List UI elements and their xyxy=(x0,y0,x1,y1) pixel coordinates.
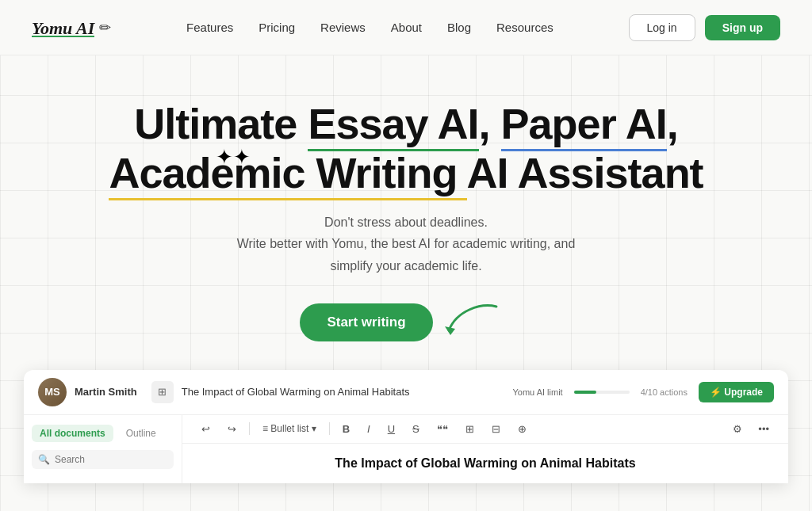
editor-preview: MS Martin Smith ⊞ The Impact of Global W… xyxy=(24,370,788,483)
ai-limit-label: Yomu AI limit xyxy=(512,387,562,397)
preview-sidebar: All documents Outline 🔍 xyxy=(24,415,182,483)
ai-limit-fill xyxy=(574,391,596,394)
arrow-container xyxy=(449,299,512,346)
svg-marker-0 xyxy=(445,326,455,335)
nav-reviews[interactable]: Reviews xyxy=(320,21,366,34)
quote-button[interactable]: ❝❝ xyxy=(432,421,453,437)
redo-button[interactable]: ↪ xyxy=(223,421,241,437)
preview-doc-content: The Impact of Global Warming on Animal H… xyxy=(182,444,788,483)
hero-title: Ultimate Essay AI, Paper AI, Academic Wr… xyxy=(109,99,703,197)
hero-section: ✦✦ Ultimate Essay AI, Paper AI, Academic… xyxy=(0,55,812,346)
doc-layout-icon: ⊞ xyxy=(151,381,174,403)
start-writing-button[interactable]: Start writing xyxy=(300,303,432,341)
image-button[interactable]: ⊟ xyxy=(487,421,505,437)
signup-button[interactable]: Sign up xyxy=(705,15,780,40)
nav-pricing[interactable]: Pricing xyxy=(259,21,295,34)
pen-icon: ✏ xyxy=(99,19,111,36)
search-input[interactable] xyxy=(55,454,167,465)
ai-limit-area: Yomu AI limit 4/10 actions ⚡ Upgrade xyxy=(512,382,774,402)
avatar: MS xyxy=(38,378,67,406)
cta-area: Start writing xyxy=(300,299,511,346)
title-academic-writing: Academic Writing xyxy=(109,149,466,200)
arrow-icon xyxy=(441,291,512,346)
nav-blog[interactable]: Blog xyxy=(447,21,471,34)
toolbar-divider xyxy=(249,422,250,435)
logo-text: Yomu AI xyxy=(32,18,94,38)
hero-subtitle: Don't stress about deadlines. Write bett… xyxy=(237,212,576,276)
tab-all-documents[interactable]: All documents xyxy=(32,425,113,442)
table-button[interactable]: ⊞ xyxy=(461,421,479,437)
navbar: Yomu AI ✏ Features Pricing Reviews About… xyxy=(0,0,812,55)
tab-outline[interactable]: Outline xyxy=(118,425,164,442)
more-button[interactable]: ••• xyxy=(753,421,774,437)
upgrade-button[interactable]: ⚡ Upgrade xyxy=(699,382,774,402)
logo[interactable]: Yomu AI ✏ xyxy=(32,18,111,37)
preview-header: MS Martin Smith ⊞ The Impact of Global W… xyxy=(24,370,788,415)
nav-actions: Log in Sign up xyxy=(629,14,780,41)
doc-title: The Impact of Global Warming on Animal H… xyxy=(182,386,410,398)
settings-button[interactable]: ⚙ xyxy=(728,421,747,437)
link-button[interactable]: ⊕ xyxy=(513,421,531,437)
preview-content-area: All documents Outline 🔍 ↩ ↪ ≡ Bullet lis… xyxy=(24,415,788,483)
preview-toolbar: ↩ ↪ ≡ Bullet list ▾ B I U S ❝❝ ⊞ ⊟ ⊕ ⚙ • xyxy=(182,415,788,444)
title-paper-ai: Paper AI xyxy=(501,100,667,151)
bold-button[interactable]: B xyxy=(338,421,354,437)
nav-resources[interactable]: Resources xyxy=(496,21,553,34)
login-button[interactable]: Log in xyxy=(629,14,695,41)
doc-content-title: The Impact of Global Warming on Animal H… xyxy=(198,456,772,471)
nav-about[interactable]: About xyxy=(391,21,422,34)
sidebar-search[interactable]: 🔍 xyxy=(32,450,174,469)
undo-button[interactable]: ↩ xyxy=(197,421,215,437)
user-name: Martin Smith xyxy=(75,386,137,398)
title-comma1: , xyxy=(479,100,501,147)
title-essay-ai: Essay AI xyxy=(308,100,478,151)
italic-button[interactable]: I xyxy=(362,421,375,437)
ai-limit-bar xyxy=(574,391,630,394)
underline-button[interactable]: U xyxy=(383,421,400,437)
toolbar-right: ⚙ ••• xyxy=(728,421,774,437)
nav-features[interactable]: Features xyxy=(186,21,233,34)
ai-limit-count: 4/10 actions xyxy=(641,387,688,397)
sparkle-icon: ✦✦ xyxy=(216,145,251,170)
sidebar-tabs: All documents Outline xyxy=(32,425,174,442)
title-part1: Ultimate xyxy=(134,100,308,147)
bullet-list-button[interactable]: ≡ Bullet list ▾ xyxy=(258,421,321,437)
preview-user: MS Martin Smith ⊞ The Impact of Global W… xyxy=(38,378,410,406)
toolbar-left: ↩ ↪ ≡ Bullet list ▾ B I U S ❝❝ ⊞ ⊟ ⊕ xyxy=(197,421,531,437)
toolbar-divider2 xyxy=(329,422,330,435)
doc-area: ↩ ↪ ≡ Bullet list ▾ B I U S ❝❝ ⊞ ⊟ ⊕ ⚙ • xyxy=(182,415,788,483)
nav-links: Features Pricing Reviews About Blog Reso… xyxy=(186,21,553,35)
strikethrough-button[interactable]: S xyxy=(408,421,424,437)
search-icon: 🔍 xyxy=(38,454,50,465)
